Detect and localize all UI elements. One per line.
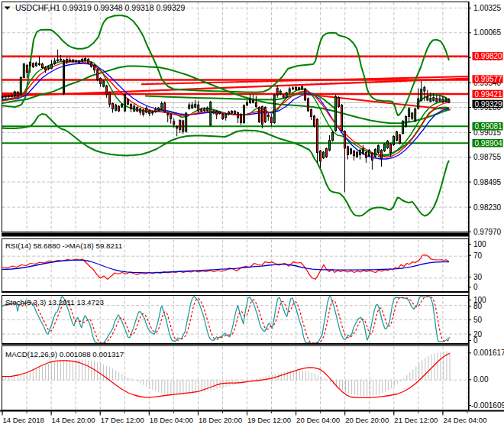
svg-text:-0.001609: -0.001609 bbox=[471, 401, 504, 410]
svg-text:RSI(14) 58.6880 ->MA(18) 59.8: RSI(14) 58.6880 ->MA(18) 59.8211 bbox=[5, 242, 122, 250]
svg-text:0.001617: 0.001617 bbox=[473, 349, 504, 357]
svg-text:0.00: 0.00 bbox=[473, 375, 489, 384]
svg-text:20 Dec 04:00: 20 Dec 04:00 bbox=[296, 416, 340, 424]
svg-text:21 Dec 12:00: 21 Dec 12:00 bbox=[394, 416, 438, 424]
svg-text:0.98230: 0.98230 bbox=[473, 203, 502, 212]
svg-text:0.98755: 0.98755 bbox=[473, 153, 502, 161]
svg-text:0.99081: 0.99081 bbox=[475, 122, 503, 131]
svg-text:14 Dec 2018: 14 Dec 2018 bbox=[3, 416, 44, 424]
svg-text:0.98495: 0.98495 bbox=[473, 178, 502, 186]
svg-text:0: 0 bbox=[473, 283, 478, 291]
svg-text:0.99329: 0.99329 bbox=[475, 100, 503, 109]
svg-text:30: 30 bbox=[473, 273, 483, 281]
svg-text:USDCHF,H1 0.99319 0.99348 0.9: USDCHF,H1 0.99319 0.99348 0.99318 0.9932… bbox=[15, 3, 186, 12]
svg-text:0.97970: 0.97970 bbox=[473, 228, 502, 236]
svg-text:0.98904: 0.98904 bbox=[475, 139, 503, 148]
svg-text:24 Dec 04:00: 24 Dec 04:00 bbox=[443, 416, 486, 424]
svg-text:MACD(12,26,9) 0.001088 0.00131: MACD(12,26,9) 0.001088 0.001317 bbox=[5, 350, 124, 358]
svg-text:70: 70 bbox=[473, 251, 483, 260]
svg-text:50: 50 bbox=[473, 316, 483, 324]
svg-text:0: 0 bbox=[473, 336, 478, 345]
svg-text:0.99820: 0.99820 bbox=[475, 52, 503, 60]
svg-text:19 Dec 12:00: 19 Dec 12:00 bbox=[247, 416, 291, 424]
svg-text:0.99577: 0.99577 bbox=[475, 75, 503, 83]
svg-text:1.00325: 1.00325 bbox=[473, 4, 502, 12]
svg-text:80: 80 bbox=[473, 302, 483, 310]
svg-text:Stoch(5,3,3) 13.2911 13.4723: Stoch(5,3,3) 13.2911 13.4723 bbox=[5, 298, 104, 306]
svg-text:1.00065: 1.00065 bbox=[473, 28, 502, 37]
svg-text:17 Dec 12:00: 17 Dec 12:00 bbox=[101, 416, 144, 424]
svg-text:18 Dec 04:00: 18 Dec 04:00 bbox=[150, 416, 193, 424]
svg-text:20 Dec 20:00: 20 Dec 20:00 bbox=[345, 416, 389, 424]
svg-text:14 Dec 20:00: 14 Dec 20:00 bbox=[52, 416, 95, 424]
svg-text:0.99421: 0.99421 bbox=[475, 90, 503, 99]
svg-text:100: 100 bbox=[473, 240, 486, 248]
svg-text:18 Dec 20:00: 18 Dec 20:00 bbox=[199, 416, 242, 424]
